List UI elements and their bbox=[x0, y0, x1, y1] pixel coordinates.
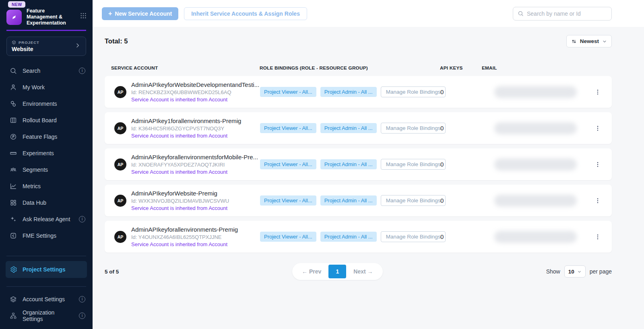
project-selector[interactable]: PROJECT Website bbox=[6, 37, 86, 56]
pagination-summary: 5 of 5 bbox=[105, 269, 177, 275]
sidebar-item-segments[interactable]: Segments bbox=[0, 161, 93, 178]
sidebar-item-label: Environments bbox=[23, 101, 57, 107]
column-email: EMAIL bbox=[482, 65, 592, 71]
kebab-menu-icon[interactable] bbox=[592, 197, 604, 204]
main-area: + New Service Account Inherit Service Ac… bbox=[93, 0, 644, 329]
sidebar-item-label: Project Settings bbox=[23, 266, 66, 273]
page-size-value: 10 bbox=[568, 269, 574, 275]
role-badge-viewer: Project Viewer - All... bbox=[260, 87, 316, 97]
manage-role-bindings-button[interactable]: Manage Role Bindings bbox=[381, 231, 446, 242]
kebab-menu-icon[interactable] bbox=[592, 125, 604, 132]
sidebar-item-rollout-board[interactable]: Rollout Board bbox=[0, 112, 93, 128]
role-badge-viewer: Project Viewer - All... bbox=[260, 159, 316, 169]
ruler-icon bbox=[10, 150, 17, 157]
manage-role-bindings-button[interactable]: Manage Role Bindings bbox=[381, 159, 446, 170]
inherited-note: Service Account is inherited from Accoun… bbox=[131, 97, 260, 103]
plus-icon: + bbox=[108, 10, 112, 17]
service-account-id: Id: K364HIC5RI6GZGYCPVST7NOQ3Y bbox=[131, 125, 260, 132]
avatar: AP bbox=[114, 158, 126, 171]
inherited-note: Service Account is inherited from Accoun… bbox=[131, 133, 260, 139]
column-api-keys: API KEYS bbox=[440, 65, 482, 71]
sort-dropdown[interactable]: Newest bbox=[566, 35, 612, 47]
inherit-service-accounts-button[interactable]: Inherit Service Accounts & Assign Roles bbox=[184, 7, 307, 20]
avatar: AP bbox=[114, 231, 126, 243]
service-account-id: Id: XNOERAFYYA5XPDEZ7AOQTJKIRI bbox=[131, 162, 260, 168]
sidebar-item-experiments[interactable]: Experiments bbox=[0, 145, 93, 161]
email-redacted-blur bbox=[494, 86, 577, 98]
kebab-menu-icon[interactable] bbox=[592, 161, 604, 168]
sidebar-item-label: Organization Settings bbox=[23, 309, 73, 322]
sidebar-item-ask-release-agent[interactable]: Ask Release Agent i bbox=[0, 211, 93, 227]
info-icon: i bbox=[79, 216, 85, 222]
manage-role-bindings-button[interactable]: Manage Role Bindings bbox=[381, 195, 446, 206]
page-size-select[interactable]: 10 bbox=[564, 265, 586, 278]
chevron-down-icon bbox=[577, 269, 582, 274]
sort-arrows-icon bbox=[571, 39, 577, 44]
sidebar-item-organization-settings[interactable]: Organization Settings i bbox=[0, 307, 93, 324]
role-badge-admin: Project Admin - All ... bbox=[320, 159, 377, 169]
kebab-menu-icon[interactable] bbox=[592, 234, 604, 240]
flag-circle-icon bbox=[10, 133, 17, 140]
apps-grid-icon[interactable] bbox=[80, 12, 87, 26]
search-input[interactable] bbox=[527, 10, 607, 17]
line-chart-icon bbox=[10, 183, 17, 190]
sidebar-item-environments[interactable]: Environments bbox=[0, 95, 93, 112]
column-role-bindings: ROLE BINDINGS (ROLE - RESOURCE GROUP) bbox=[260, 65, 440, 71]
sidebar-item-account-settings[interactable]: Account Settings i bbox=[0, 291, 93, 307]
column-service-account: SERVICE ACCOUNT bbox=[111, 65, 260, 71]
new-badge: NEW bbox=[8, 1, 25, 8]
sidebar-item-label: Ask Release Agent bbox=[23, 216, 70, 222]
app-title: Feature Management & Experimentation bbox=[27, 8, 72, 26]
sidebar-item-project-settings[interactable]: Project Settings bbox=[6, 261, 87, 278]
project-name: Website bbox=[12, 46, 39, 52]
pagination: 5 of 5 ← Prev 1 Next → Show 10 per page bbox=[105, 263, 612, 280]
api-keys-count: 0 bbox=[440, 233, 482, 240]
new-service-account-label: New Service Account bbox=[115, 10, 172, 17]
service-account-name: AdminAPIkeyforallenvironmentsforMobile-P… bbox=[131, 154, 260, 160]
info-icon: i bbox=[79, 296, 85, 302]
user-icon bbox=[10, 84, 17, 91]
email-redacted-blur bbox=[494, 195, 577, 207]
info-icon: i bbox=[79, 68, 85, 74]
manage-role-bindings-button[interactable]: Manage Role Bindings bbox=[381, 123, 446, 134]
sidebar-item-label: Account Settings bbox=[23, 296, 65, 302]
topbar: + New Service Account Inherit Service Ac… bbox=[93, 0, 644, 27]
service-account-name: AdminAPIkey1forallenvironments-Premig bbox=[131, 117, 260, 124]
prev-page-button[interactable]: ← Prev bbox=[295, 268, 328, 275]
api-keys-count: 0 bbox=[440, 88, 482, 95]
sparkles-icon bbox=[10, 216, 17, 223]
accent-divider bbox=[6, 30, 86, 31]
current-page-button[interactable]: 1 bbox=[328, 265, 346, 278]
manage-role-bindings-button[interactable]: Manage Role Bindings bbox=[381, 86, 446, 97]
content: Total: 5 Newest SERVICE ACCOUNT ROLE BIN… bbox=[93, 27, 644, 280]
service-account-id: Id: Y4OUNXZ46A6IBL6255QTPXJJNE bbox=[131, 234, 260, 240]
hexagons-icon bbox=[10, 100, 17, 107]
email-redacted-blur bbox=[494, 231, 577, 243]
new-service-account-button[interactable]: + New Service Account bbox=[102, 7, 178, 20]
board-columns-icon bbox=[10, 117, 17, 124]
sidebar-item-label: Rollout Board bbox=[23, 117, 57, 123]
role-badge-viewer: Project Viewer - All... bbox=[260, 123, 316, 133]
table-row: AP AdminAPIkeyforWebsite-Premig Id: WXK3… bbox=[105, 185, 612, 216]
inherited-note: Service Account is inherited from Accoun… bbox=[131, 241, 260, 247]
next-page-button[interactable]: Next → bbox=[346, 268, 380, 275]
service-account-name: AdminAPIkeyforWebsiteDevelopmentandTesti… bbox=[131, 81, 260, 88]
sidebar-item-feature-flags[interactable]: Feature Flags bbox=[0, 128, 93, 145]
sidebar-item-data-hub[interactable]: Data Hub bbox=[0, 194, 93, 211]
sidebar-item-my-work[interactable]: My Work bbox=[0, 79, 93, 95]
info-icon: i bbox=[79, 313, 85, 319]
divider bbox=[6, 286, 86, 287]
fme-logo-icon bbox=[10, 232, 17, 239]
sidebar-item-search[interactable]: Search i bbox=[0, 62, 93, 79]
grid-squares-icon bbox=[10, 199, 17, 206]
sidebar: NEW Feature Management & Experimentation… bbox=[0, 0, 93, 329]
table-row: AP AdminAPIkeyforallenvironments-Premig … bbox=[105, 221, 612, 253]
sidebar-item-fme-settings[interactable]: FME Settings bbox=[0, 227, 93, 244]
sidebar-item-metrics[interactable]: Metrics bbox=[0, 178, 93, 194]
role-badge-admin: Project Admin - All ... bbox=[320, 123, 377, 133]
table-header: SERVICE ACCOUNT ROLE BINDINGS (ROLE - RE… bbox=[105, 65, 612, 71]
search-icon bbox=[10, 67, 17, 74]
avatar: AP bbox=[114, 122, 126, 134]
sidebar-item-label: Metrics bbox=[23, 183, 41, 189]
kebab-menu-icon[interactable] bbox=[592, 89, 604, 95]
